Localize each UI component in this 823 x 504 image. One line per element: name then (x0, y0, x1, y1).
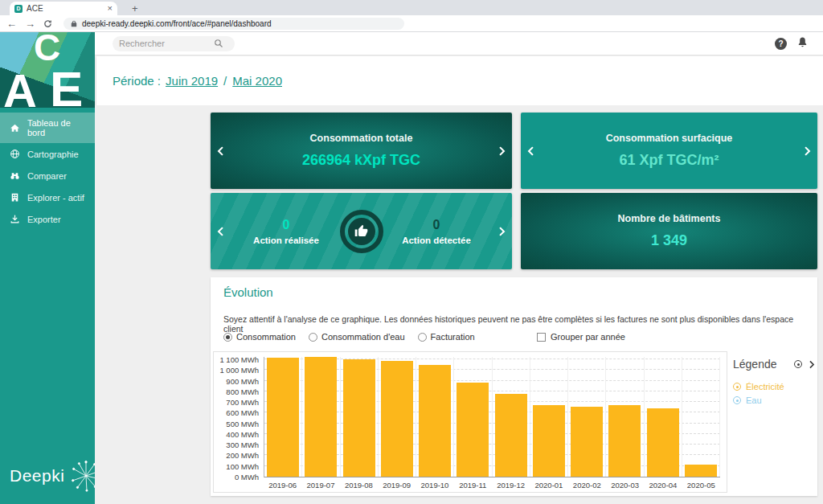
url-text: deepki-ready.deepki.com/front/ace/#panel… (82, 19, 272, 28)
bar-2019-11[interactable] (457, 383, 489, 477)
app-window: D ACE × + ← → deepki-ready.deepki.com/fr… (0, 0, 823, 504)
card-title: Consommation totale (310, 133, 413, 144)
card-nombre-batiments: Nombre de bâtiments 1 349 (521, 193, 817, 269)
sidebar-item-exporter[interactable]: Exporter (0, 208, 95, 230)
chevron-left-icon[interactable] (527, 145, 534, 156)
help-icon[interactable]: ? (775, 38, 787, 50)
x-tick-label: 2020-03 (606, 481, 644, 490)
period-start-link[interactable]: Juin 2019 (166, 74, 218, 88)
refresh-icon[interactable] (43, 19, 52, 28)
actions-detected-count: 0 (433, 218, 440, 232)
bar-slot (379, 357, 416, 477)
ace-logo: C A E (0, 32, 95, 108)
y-tick-label: 1 000 MWh (219, 366, 259, 375)
bar-slot (341, 357, 379, 477)
actions-realized-label: Action réalisée (253, 236, 319, 245)
bar-2019-09[interactable] (381, 361, 413, 477)
tab-title: ACE (27, 4, 104, 13)
sidebar-nav: Tableau de bordCartographieComparerExplo… (0, 113, 95, 230)
chart-legend: Légende ÉlectricitéEau (733, 358, 815, 405)
forward-icon[interactable]: → (25, 18, 35, 29)
y-tick-label: 500 MWh (226, 420, 259, 428)
brand-name: Deepki (10, 466, 64, 486)
bar-2020-03[interactable] (608, 405, 641, 477)
binoculars-icon (10, 170, 20, 181)
legend-target-icon[interactable] (794, 360, 802, 368)
bar-2019-10[interactable] (419, 365, 451, 477)
back-icon[interactable]: ← (6, 18, 17, 29)
x-tick-label: 2020-01 (530, 481, 567, 490)
browser-tabstrip: D ACE × + (0, 0, 823, 15)
card-consommation-totale: Consommation totale 266964 kXpf TGC (211, 113, 512, 189)
bar-2019-12[interactable] (495, 394, 527, 477)
chevron-right-icon[interactable] (498, 145, 506, 156)
y-tick-label: 900 MWh (226, 377, 259, 386)
card-title: Consommation surfacique (606, 133, 733, 144)
period-end-link[interactable]: Mai 2020 (232, 74, 282, 88)
search-icon (214, 39, 223, 48)
card-value: 61 Xpf TGC/m² (619, 152, 719, 169)
legend-title: Légende (733, 358, 777, 371)
url-bar[interactable]: deepki-ready.deepki.com/front/ace/#panel… (63, 18, 404, 30)
browser-toolbar: ← → deepki-ready.deepki.com/front/ace/#p… (0, 15, 823, 32)
search-box[interactable] (113, 36, 235, 51)
bar-slot (454, 357, 492, 477)
sidebar-item-explorer-actif[interactable]: Explorer - actif (0, 186, 95, 208)
search-input[interactable] (119, 39, 214, 48)
actions-detected-label: Action détectée (402, 236, 471, 245)
tab-close-icon[interactable]: × (108, 4, 113, 13)
sidebar-item-comparer[interactable]: Comparer (0, 165, 95, 186)
bar-2020-02[interactable] (571, 407, 603, 477)
radio-icon[interactable] (418, 333, 427, 342)
group-by-year-checkbox[interactable]: Grouper par année (537, 332, 625, 342)
y-tick-label: 700 MWh (226, 398, 259, 407)
new-tab-button[interactable]: + (127, 1, 143, 16)
sidebar: C A E Tableau de bordCartographieCompare… (0, 32, 95, 504)
radio-consommation[interactable]: Consommation (223, 332, 296, 342)
home-icon (10, 123, 20, 133)
sidebar-item-cartographie[interactable]: Cartographie (0, 143, 95, 165)
globe-icon (10, 149, 20, 159)
legend-series-icon (733, 383, 741, 391)
bar-2019-06[interactable] (267, 358, 299, 477)
bar-2020-01[interactable] (533, 405, 565, 477)
bar-slot (530, 357, 568, 477)
legend-item-lectricit[interactable]: Électricité (733, 382, 815, 391)
chevron-left-icon[interactable] (217, 145, 224, 156)
notifications-icon[interactable] (796, 36, 809, 51)
bar-2020-05[interactable] (685, 465, 717, 477)
legend-item-eau[interactable]: Eau (733, 395, 815, 405)
dashboard-content: Consommation totale 266964 kXpf TGC Cons… (95, 105, 823, 504)
y-tick-label: 600 MWh (226, 408, 259, 417)
radio-facturation[interactable]: Facturation (418, 332, 475, 342)
radio-icon[interactable] (223, 333, 232, 342)
x-tick-label: 2020-02 (568, 481, 606, 490)
actions-realized-count: 0 (283, 218, 290, 232)
x-tick-label: 2019-10 (416, 481, 453, 490)
chevron-right-icon[interactable] (498, 226, 506, 236)
y-tick-label: 300 MWh (226, 440, 259, 449)
card-value: 266964 kXpf TGC (302, 152, 420, 169)
lock-icon (71, 20, 77, 27)
evolution-panel: Évolution Soyez attentif à l'analyse de … (211, 277, 817, 496)
bar-slot (302, 357, 340, 477)
y-tick-label: 800 MWh (226, 387, 259, 396)
x-tick-label: 2019-07 (301, 481, 339, 490)
legend-expand-icon[interactable] (809, 360, 815, 369)
chevron-left-icon[interactable] (217, 226, 224, 236)
browser-tab[interactable]: D ACE × (10, 2, 117, 15)
x-tick-label: 2019-09 (378, 481, 416, 490)
thumbs-up-badge (340, 210, 383, 253)
bar-2019-08[interactable] (343, 359, 375, 477)
legend-series-icon (733, 396, 741, 404)
chevron-right-icon[interactable] (804, 145, 811, 156)
checkbox-icon[interactable] (537, 333, 546, 342)
y-tick-label: 1 100 MWh (219, 355, 259, 364)
sidebar-item-tableau-de-bord[interactable]: Tableau de bord (0, 113, 95, 143)
bar-2019-07[interactable] (305, 357, 337, 477)
radio-icon[interactable] (309, 333, 317, 342)
favicon: D (14, 5, 23, 13)
bar-2020-04[interactable] (647, 408, 679, 477)
radio-consommation-d-eau[interactable]: Consommation d'eau (309, 332, 405, 342)
period-bar: Période : Juin 2019 / Mai 2020 (96, 56, 823, 105)
